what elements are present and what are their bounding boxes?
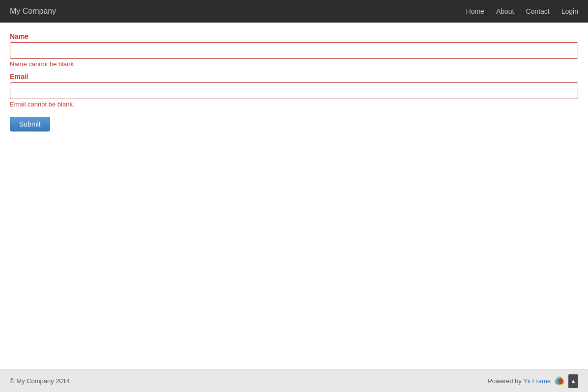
- email-input[interactable]: [10, 82, 578, 99]
- scroll-top-button[interactable]: ▲: [568, 374, 578, 388]
- powered-by-text: Powered by: [488, 377, 522, 385]
- name-input[interactable]: [10, 42, 578, 59]
- email-label: Email: [10, 73, 578, 80]
- nav-contact[interactable]: Contact: [526, 7, 549, 15]
- nav-about[interactable]: About: [496, 7, 514, 15]
- submit-button[interactable]: Submit: [10, 117, 50, 131]
- email-field-group: Email Email cannot be blank.: [10, 73, 578, 108]
- nav-links: Home About Contact Login: [466, 7, 578, 15]
- svg-point-3: [559, 378, 563, 384]
- email-error: Email cannot be blank.: [10, 101, 578, 108]
- yii-link-text: Yii Frame: [524, 377, 551, 385]
- main-content: Name Name cannot be blank. Email Email c…: [0, 23, 588, 369]
- footer: © My Company 2014 Powered by Yii Frame ▲: [0, 369, 588, 392]
- name-error: Name cannot be blank.: [10, 60, 578, 68]
- nav-brand: My Company: [10, 7, 56, 16]
- name-label: Name: [10, 32, 578, 40]
- yii-logo-icon: [553, 374, 566, 388]
- navbar: My Company Home About Contact Login: [0, 0, 588, 23]
- name-field-group: Name Name cannot be blank.: [10, 32, 578, 68]
- nav-login[interactable]: Login: [561, 7, 578, 15]
- footer-copyright: © My Company 2014: [10, 377, 70, 385]
- yii-link[interactable]: Yii Frame: [524, 377, 551, 385]
- nav-home[interactable]: Home: [466, 7, 484, 15]
- footer-powered: Powered by Yii Frame ▲: [488, 374, 578, 388]
